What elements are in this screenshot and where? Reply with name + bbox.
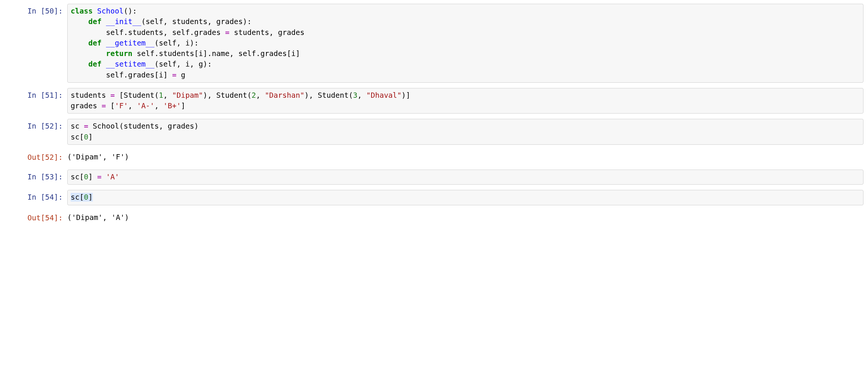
out-prompt: Out[54]:	[5, 211, 67, 223]
in-prompt: In [54]:	[5, 190, 67, 203]
in-prompt: In [50]:	[5, 4, 67, 17]
code-input[interactable]: sc = School(students, grades) sc[0]	[67, 119, 863, 145]
in-prompt: In [52]:	[5, 119, 67, 132]
code-output: ('Dipam', 'F')	[67, 150, 863, 164]
out-prompt: Out[52]:	[5, 150, 67, 163]
code-input[interactable]: class School(): def __init__(self, stude…	[67, 4, 863, 83]
input-cell: In [53]:sc[0] = 'A'	[5, 170, 863, 185]
code-output: ('Dipam', 'A')	[67, 211, 863, 225]
input-cell: In [50]:class School(): def __init__(sel…	[5, 4, 863, 83]
input-cell: In [52]:sc = School(students, grades) sc…	[5, 119, 863, 145]
code-input[interactable]: sc[0] = 'A'	[67, 170, 863, 185]
code-input[interactable]: students = [Student(1, "Dipam"), Student…	[67, 88, 863, 114]
output-cell: Out[52]:('Dipam', 'F')	[5, 150, 863, 164]
in-prompt: In [53]:	[5, 170, 67, 182]
in-prompt: In [51]:	[5, 88, 67, 101]
input-cell: In [54]:sc[0]	[5, 190, 863, 205]
input-cell: In [51]:students = [Student(1, "Dipam"),…	[5, 88, 863, 114]
code-input[interactable]: sc[0]	[67, 190, 863, 205]
output-cell: Out[54]:('Dipam', 'A')	[5, 211, 863, 225]
